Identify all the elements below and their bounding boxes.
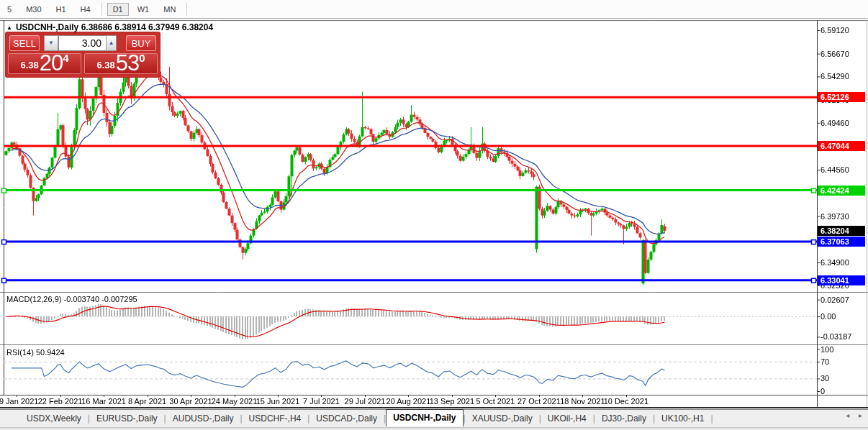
sell-price-prefix: 6.38: [20, 60, 38, 70]
price-axis-tick: 6.59120: [820, 26, 849, 35]
volume-input[interactable]: [58, 35, 106, 51]
buy-button[interactable]: BUY: [126, 35, 156, 51]
price-level-badge: 6.33041: [818, 275, 865, 285]
tabs-scroll-nav: ◂ ▸: [838, 411, 862, 419]
chart-tab-usdchf-h4[interactable]: USDCHF-,H4: [243, 410, 308, 427]
price-axis-tick: 6.44560: [820, 165, 849, 174]
chart-tabs: USDX,Weekly|EURUSD-,Daily|AUDUSD-,Daily|…: [0, 409, 868, 427]
buy-price-big: 53: [116, 54, 139, 73]
rsi-axis-tick: 70: [820, 357, 829, 366]
toolbar-separator: [101, 3, 102, 16]
sell-price-big: 20: [40, 54, 63, 73]
date-axis-label: 16 Mar 2021: [81, 397, 126, 406]
sell-button[interactable]: SELL: [9, 35, 40, 51]
timeframe-button-M30[interactable]: M30: [20, 3, 47, 16]
rsi-axis-tick: 30: [820, 374, 829, 383]
tabs-scroll-right-icon[interactable]: ▸: [859, 411, 862, 419]
tab-separator: |: [710, 413, 713, 424]
tabs-scroll-left-icon[interactable]: ◂: [846, 411, 849, 419]
timeframe-button-W1[interactable]: W1: [132, 3, 155, 16]
rsi-axis-tick: 100: [820, 345, 833, 354]
sell-price-button[interactable]: 6.38 20 4: [8, 53, 81, 74]
date-axis-label: 20 Aug 2021: [386, 397, 431, 406]
date-axis-label: 10 Dec 2021: [604, 397, 648, 406]
date-axis-label: 5 Oct 2021: [476, 397, 515, 406]
timeframe-button-5[interactable]: 5: [1, 3, 17, 16]
chart-ohlc-values: 6.38686 6.38914 6.37949 6.38204: [81, 22, 214, 32]
rsi-axis-tick: 0: [820, 387, 825, 395]
macd-label: MACD(12,26,9) -0.003740 -0.007295: [6, 295, 137, 303]
chart-canvas[interactable]: [0, 19, 868, 408]
date-axis-label: 27 Oct 2021: [517, 397, 561, 406]
date-axis-label: 29 Jul 2021: [345, 397, 386, 406]
buy-price-prefix: 6.38: [96, 60, 114, 70]
rsi-label: RSI(14) 50.9424: [6, 348, 65, 357]
price-axis-tick: 6.34900: [820, 258, 849, 267]
macd-axis-tick: -0.03187: [820, 332, 851, 341]
chart-tab-usdcad-daily[interactable]: USDCAD-,Daily: [309, 410, 384, 427]
date-axis-label: 30 Apr 2021: [169, 397, 212, 406]
toolbar-separator: [186, 3, 187, 16]
buy-price-button[interactable]: 6.38 53 0: [84, 53, 158, 74]
price-level-badge: 6.52126: [818, 92, 865, 102]
sell-price-sup: 4: [63, 52, 68, 64]
date-axis-label: 8 Apr 2021: [128, 397, 166, 406]
date-axis-label: 13 Sep 2021: [430, 397, 474, 406]
price-level-badge: 6.47044: [818, 141, 865, 151]
chart-symbol-period: USDCNH-,Daily: [16, 22, 78, 32]
volume-increase-button[interactable]: ▲: [106, 35, 117, 51]
price-axis-tick: 6.54290: [820, 72, 849, 81]
chart-tab-uk100-h1[interactable]: UK100-,H1: [655, 410, 710, 427]
chart-tab-audusd-daily[interactable]: AUDUSD-,Daily: [166, 410, 240, 427]
timeframe-button-H4[interactable]: H4: [75, 3, 96, 16]
date-axis-label: 29 Jan 2021: [0, 397, 38, 406]
date-axis-label: 18 Nov 2021: [560, 397, 605, 406]
price-level-badge: 6.42424: [818, 186, 865, 196]
date-axis-label: 15 Jun 2021: [256, 397, 300, 406]
chart-tab-usdx-weekly[interactable]: USDX,Weekly: [20, 410, 88, 427]
date-axis-label: 7 Jul 2021: [303, 397, 340, 406]
date-axis-label: 24 May 2021: [212, 397, 258, 406]
timeframe-button-D1[interactable]: D1: [107, 3, 129, 16]
one-click-trading-panel: SELL ▼ ▲ BUY 6.38 20 4 6.38 53 0: [6, 32, 160, 77]
chart-title: ▲USDCNH-,Daily 6.38686 6.38914 6.37949 6…: [6, 22, 213, 32]
price-level-badge: 6.37063: [818, 237, 865, 247]
chart-tab-xauusd-daily[interactable]: XAUUSD-,Daily: [466, 410, 539, 427]
chevron-up-icon: ▲: [109, 40, 114, 46]
timeframe-button-H1[interactable]: H1: [50, 3, 72, 16]
macd-axis-tick: 0.02607: [820, 296, 849, 304]
buy-price-sup: 0: [139, 52, 145, 64]
timeframe-button-MN[interactable]: MN: [158, 3, 181, 16]
trading-terminal: 5M30H1H4D1W1MN ▲USDCNH-,Daily 6.38686 6.…: [0, 0, 868, 430]
date-axis-label: 22 Feb 2021: [38, 397, 83, 406]
timeframe-toolbar: 5M30H1H4D1W1MN: [0, 0, 868, 19]
price-axis-tick: 6.49460: [820, 119, 849, 127]
price-axis-tick: 6.39730: [820, 212, 849, 221]
chevron-down-icon: ▼: [48, 40, 54, 46]
collapse-icon[interactable]: ▲: [6, 24, 12, 31]
price-axis-tick: 6.56670: [820, 50, 849, 58]
macd-axis-tick: 0.00: [820, 312, 836, 321]
chart-tab-ukoil-h4[interactable]: UKOil-,H4: [541, 410, 593, 427]
chart-tab-usdcnh-daily[interactable]: USDCNH-,Daily: [386, 409, 463, 426]
chart-tab-eurusd-daily[interactable]: EURUSD-,Daily: [90, 410, 164, 427]
current-price-badge: 6.38204: [818, 226, 865, 236]
chart-tab-dj30-daily[interactable]: DJ30-,Daily: [595, 410, 653, 427]
volume-decrease-button[interactable]: ▼: [44, 35, 58, 51]
